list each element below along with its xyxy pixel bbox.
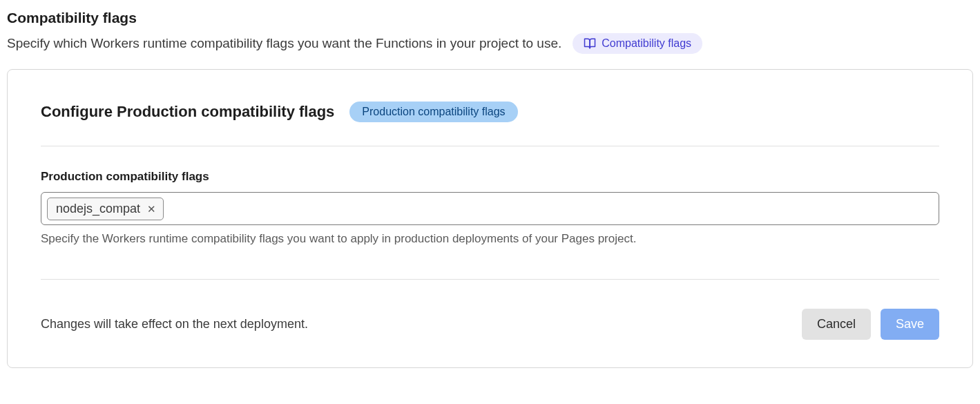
card-title: Configure Production compatibility flags: [41, 103, 334, 121]
close-icon[interactable]: ✕: [147, 204, 156, 214]
compatibility-flags-input[interactable]: nodejs_compat ✕: [41, 192, 939, 225]
button-group: Cancel Save: [802, 309, 939, 340]
config-card: Configure Production compatibility flags…: [7, 69, 973, 368]
tag-label: nodejs_compat: [56, 202, 140, 216]
field-block: Production compatibility flags nodejs_co…: [41, 170, 939, 246]
tag-nodejs-compat: nodejs_compat ✕: [47, 198, 164, 220]
doc-link-compatibility-flags[interactable]: Compatibility flags: [573, 33, 702, 54]
cancel-button[interactable]: Cancel: [802, 309, 871, 340]
footer-row: Changes will take effect on the next dep…: [41, 309, 939, 340]
section-header-row: Specify which Workers runtime compatibil…: [7, 33, 973, 54]
book-icon: [584, 37, 596, 50]
divider-bottom: [41, 279, 939, 280]
section-title: Compatibility flags: [7, 10, 973, 26]
section-description: Specify which Workers runtime compatibil…: [7, 35, 561, 53]
divider-top: [41, 146, 939, 146]
field-help: Specify the Workers runtime compatibilit…: [41, 232, 939, 246]
footer-note: Changes will take effect on the next dep…: [41, 317, 308, 331]
card-header-row: Configure Production compatibility flags…: [41, 102, 939, 122]
field-label: Production compatibility flags: [41, 170, 939, 184]
compatibility-flags-section: Compatibility flags Specify which Worker…: [7, 10, 973, 368]
save-button[interactable]: Save: [881, 309, 939, 340]
doc-link-label: Compatibility flags: [602, 37, 691, 50]
production-pill: Production compatibility flags: [349, 102, 517, 122]
